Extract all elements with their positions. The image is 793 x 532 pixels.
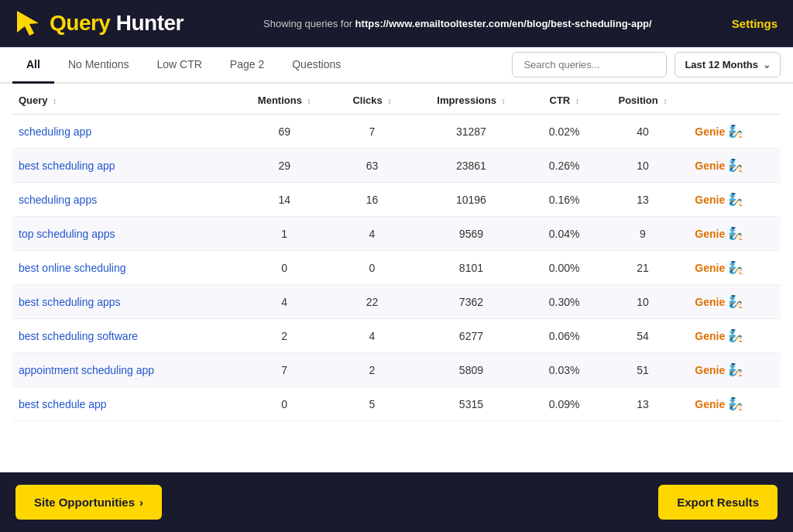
- impressions-cell: 10196: [410, 183, 532, 217]
- genie-icon: 🧞: [728, 294, 743, 309]
- table-row: appointment scheduling app 7 2 5809 0.03…: [12, 353, 781, 387]
- genie-button[interactable]: Genie 🧞: [695, 396, 743, 411]
- position-cell: 51: [597, 353, 689, 387]
- date-filter-label: Last 12 Months: [685, 59, 758, 70]
- clicks-cell: 4: [334, 217, 410, 251]
- date-filter-dropdown[interactable]: Last 12 Months ⌄: [675, 52, 781, 77]
- query-link[interactable]: best schedule app: [19, 398, 107, 410]
- genie-button[interactable]: Genie 🧞: [695, 260, 743, 275]
- ctr-cell: 0.00%: [532, 251, 597, 285]
- header-url-label: Showing queries for https://www.emailtoo…: [263, 18, 652, 29]
- tab-all[interactable]: All: [12, 47, 54, 84]
- col-header-ctr[interactable]: CTR ↕: [532, 84, 597, 115]
- genie-label: Genie: [695, 228, 725, 240]
- ctr-cell: 0.04%: [532, 217, 597, 251]
- table-row: best scheduling app 29 63 23861 0.26% 10…: [12, 149, 781, 183]
- table-row: best schedule app 0 5 5315 0.09% 13 Geni…: [12, 387, 781, 421]
- sort-icon-mentions: ↕: [307, 97, 311, 105]
- query-link[interactable]: scheduling app: [19, 125, 91, 138]
- search-input[interactable]: [512, 52, 667, 77]
- genie-button[interactable]: Genie 🧞: [695, 158, 743, 173]
- queries-table: Query ↕ Mentions ↕ Clicks ↕ Impressions …: [12, 84, 781, 421]
- genie-label: Genie: [695, 398, 725, 410]
- clicks-cell: 2: [334, 353, 410, 387]
- export-results-button[interactable]: Export Results: [658, 485, 778, 520]
- position-cell: 9: [597, 217, 689, 251]
- table-container: Query ↕ Mentions ↕ Clicks ↕ Impressions …: [0, 84, 793, 472]
- impressions-cell: 8101: [410, 251, 532, 285]
- table-row: best scheduling apps 4 22 7362 0.30% 10 …: [12, 285, 781, 319]
- clicks-cell: 7: [334, 115, 410, 149]
- query-link[interactable]: top scheduling apps: [19, 228, 115, 240]
- sort-icon-ctr: ↕: [575, 97, 579, 105]
- tab-page-2[interactable]: Page 2: [216, 47, 278, 84]
- sort-icon-impressions: ↕: [502, 97, 506, 105]
- site-opportunities-label: Site Opportunities: [34, 496, 135, 509]
- query-link[interactable]: best scheduling software: [19, 330, 138, 342]
- query-link[interactable]: scheduling apps: [19, 194, 97, 206]
- ctr-cell: 0.16%: [532, 183, 597, 217]
- query-link[interactable]: best scheduling apps: [19, 296, 121, 308]
- table-row: best online scheduling 0 0 8101 0.00% 21…: [12, 251, 781, 285]
- main-content: All No Mentions Low CTR Page 2 Questions…: [0, 47, 793, 472]
- genie-label: Genie: [695, 160, 725, 172]
- position-cell: 13: [597, 387, 689, 421]
- position-cell: 10: [597, 149, 689, 183]
- header: Query Hunter Showing queries for https:/…: [0, 0, 793, 47]
- ctr-cell: 0.02%: [532, 115, 597, 149]
- sort-icon-query: ↕: [53, 97, 57, 105]
- position-cell: 13: [597, 183, 689, 217]
- site-opportunities-button[interactable]: Site Opportunities ›: [15, 485, 162, 520]
- genie-label: Genie: [695, 330, 725, 342]
- query-link[interactable]: appointment scheduling app: [19, 364, 154, 376]
- genie-button[interactable]: Genie 🧞: [695, 328, 743, 343]
- site-url-link[interactable]: https://www.emailtooltester.com/en/blog/…: [355, 18, 652, 29]
- clicks-cell: 63: [334, 149, 410, 183]
- genie-icon: 🧞: [728, 396, 743, 411]
- settings-link[interactable]: Settings: [732, 17, 778, 30]
- export-results-label: Export Results: [677, 496, 759, 509]
- mentions-cell: 1: [235, 217, 334, 251]
- table-row: scheduling apps 14 16 10196 0.16% 13 Gen…: [12, 183, 781, 217]
- ctr-cell: 0.06%: [532, 319, 597, 353]
- impressions-cell: 31287: [410, 115, 532, 149]
- tab-no-mentions[interactable]: No Mentions: [54, 47, 143, 84]
- ctr-cell: 0.30%: [532, 285, 597, 319]
- col-header-mentions[interactable]: Mentions ↕: [235, 84, 334, 115]
- footer: Site Opportunities › Export Results: [0, 472, 793, 532]
- col-header-position[interactable]: Position ↕: [597, 84, 689, 115]
- mentions-cell: 7: [235, 353, 334, 387]
- col-header-clicks[interactable]: Clicks ↕: [334, 84, 410, 115]
- genie-icon: 🧞: [728, 124, 743, 139]
- col-header-action: [688, 84, 781, 115]
- mentions-cell: 0: [235, 387, 334, 421]
- col-header-query[interactable]: Query ↕: [12, 84, 235, 115]
- genie-button[interactable]: Genie 🧞: [695, 226, 743, 241]
- ctr-cell: 0.26%: [532, 149, 597, 183]
- genie-label: Genie: [695, 125, 725, 138]
- impressions-cell: 7362: [410, 285, 532, 319]
- logo-arrow-icon: [15, 9, 43, 37]
- position-cell: 54: [597, 319, 689, 353]
- query-link[interactable]: best online scheduling: [19, 262, 126, 274]
- mentions-cell: 2: [235, 319, 334, 353]
- arrow-right-icon: ›: [139, 496, 143, 509]
- impressions-cell: 5809: [410, 353, 532, 387]
- sort-icon-clicks: ↕: [387, 97, 391, 105]
- query-link[interactable]: best scheduling app: [19, 160, 115, 172]
- col-header-impressions[interactable]: Impressions ↕: [410, 84, 532, 115]
- genie-button[interactable]: Genie 🧞: [695, 294, 743, 309]
- genie-button[interactable]: Genie 🧞: [695, 192, 743, 207]
- clicks-cell: 4: [334, 319, 410, 353]
- genie-icon: 🧞: [728, 260, 743, 275]
- genie-label: Genie: [695, 296, 725, 308]
- genie-label: Genie: [695, 364, 725, 376]
- clicks-cell: 22: [334, 285, 410, 319]
- genie-icon: 🧞: [728, 328, 743, 343]
- genie-button[interactable]: Genie 🧞: [695, 362, 743, 377]
- tabs-row: All No Mentions Low CTR Page 2 Questions…: [0, 47, 793, 84]
- tab-questions[interactable]: Questions: [278, 47, 355, 84]
- table-row: best scheduling software 2 4 6277 0.06% …: [12, 319, 781, 353]
- tab-low-ctr[interactable]: Low CTR: [142, 47, 215, 84]
- genie-button[interactable]: Genie 🧞: [695, 124, 743, 139]
